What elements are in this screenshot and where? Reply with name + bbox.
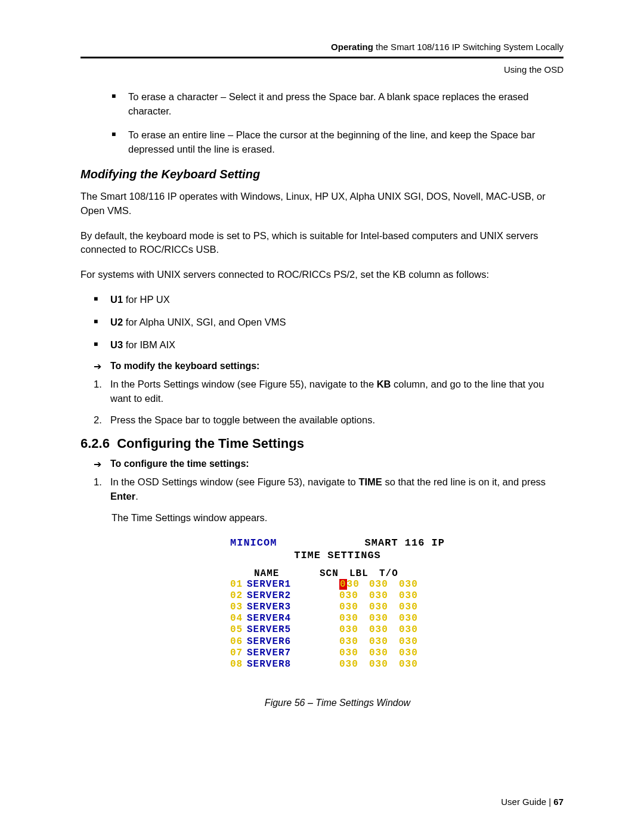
osd-title1: SMART 116 IP (365, 537, 445, 549)
osd-row: 05SERVER5030030030 (230, 624, 445, 636)
osd-columns: NAMESCNLBLT/O (230, 568, 445, 579)
footer: User Guide | 67 (501, 797, 564, 807)
osd-row: 04SERVER4030030030 (230, 613, 445, 624)
erase-bullets: To erase a character – Select it and pre… (112, 90, 564, 157)
time-appears: The Time Settings window appears. (112, 511, 564, 525)
osd-row: 03SERVER3030030030 (230, 602, 445, 613)
para-default: By default, the keyboard mode is set to … (80, 229, 564, 258)
osd-row: 08SERVER8030030030 (230, 659, 445, 670)
kb-u3: U3 for IBM AIX (80, 338, 564, 352)
bullet-erase-char: To erase a character – Select it and pre… (112, 90, 564, 119)
modify-step-2: Press the Space bar to toggle between th… (80, 413, 564, 428)
arrow-time-settings: To configure the time settings: (80, 459, 564, 469)
heading-modifying-keyboard: Modifying the Keyboard Setting (80, 168, 564, 181)
osd-row: 07SERVER7030030030 (230, 648, 445, 659)
section-heading: 6.2.6 Configuring the Time Settings (80, 436, 564, 451)
osd-row: 06SERVER6030030030 (230, 636, 445, 648)
osd-brand: MINICOM (230, 537, 277, 549)
osd-window: MINICOM SMART 116 IP TIME SETTINGS NAMES… (224, 534, 451, 688)
osd-row: 02SERVER2030030030 (230, 590, 445, 602)
figure-caption: Figure 56 – Time Settings Window (112, 698, 564, 708)
para-unix: For systems with UNIX servers connected … (80, 268, 564, 282)
kb-u1: U1 for HP UX (80, 293, 564, 307)
kb-list: U1 for HP UX U2 for Alpha UNIX, SGI, and… (80, 293, 564, 352)
time-step-1: In the OSD Settings window (see Figure 5… (80, 475, 564, 504)
para-compat: The Smart 108/116 IP operates with Windo… (80, 190, 564, 218)
header-bold: Operating (331, 42, 373, 52)
osd-title2: TIME SETTINGS (230, 550, 445, 561)
kb-u2: U2 for Alpha UNIX, SGI, and Open VMS (80, 315, 564, 330)
modify-steps: In the Ports Settings window (see Figure… (80, 377, 564, 428)
time-steps: In the OSD Settings window (see Figure 5… (80, 475, 564, 504)
osd-row: 01SERVER1030030030 (230, 579, 445, 590)
osd-rows: 01SERVER103003003002SERVER203003003003SE… (230, 579, 445, 671)
bullet-erase-line: To erase an entire line – Place the curs… (112, 128, 564, 157)
header-rest: the Smart 108/116 IP Switching System Lo… (373, 42, 564, 52)
header-sub: Using the OSD (80, 64, 564, 75)
header-chapter: Operating the Smart 108/116 IP Switching… (80, 42, 564, 58)
arrow-modify-kb: To modify the keyboard settings: (80, 361, 564, 371)
modify-step-1: In the Ports Settings window (see Figure… (80, 377, 564, 406)
